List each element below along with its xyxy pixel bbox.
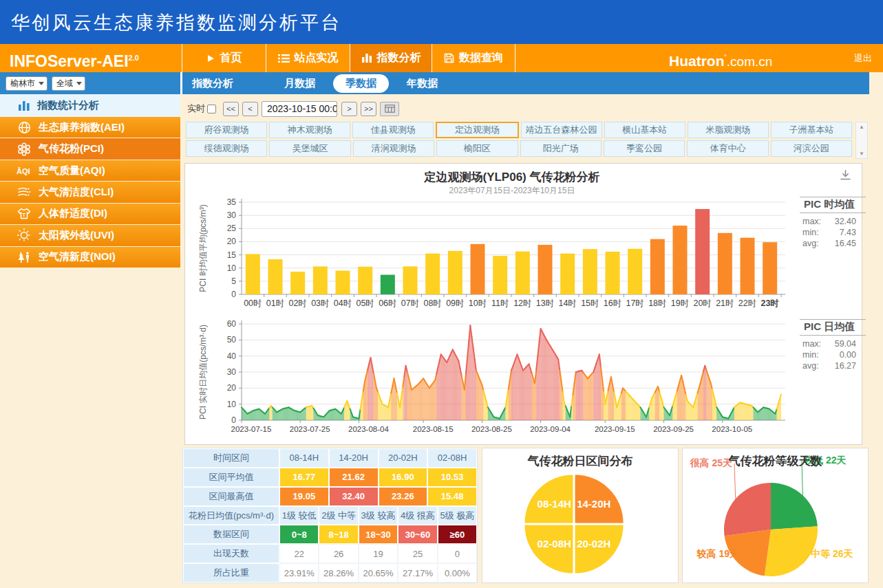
table-cell: 20.65% — [359, 563, 398, 582]
region-select[interactable]: 榆林市 — [6, 76, 47, 91]
table-cell: 26 — [319, 544, 358, 563]
svg-text:0: 0 — [231, 415, 236, 425]
svg-text:15: 15 — [227, 250, 237, 260]
svg-text:18时: 18时 — [648, 298, 666, 308]
scope-select[interactable]: 全域 — [52, 76, 85, 91]
svg-text:60: 60 — [227, 319, 237, 329]
table-row: 时间区间08-14H14-20H20-02H02-08H — [183, 448, 477, 468]
svg-text:12时: 12时 — [513, 298, 531, 308]
table-cell: 23.26 — [379, 487, 428, 506]
sidebar-item-7[interactable]: 空气清新度(NOI) — [0, 247, 180, 268]
svg-text:中等 26天: 中等 26天 — [811, 548, 853, 559]
station-scrollbar[interactable]: ▲ ▼ — [855, 122, 868, 159]
sidebar-item-3[interactable]: ÂQI空气质量(AQI) — [0, 160, 180, 182]
stat-value: 16.45 — [827, 238, 866, 249]
station-button[interactable]: 河滨公园 — [771, 140, 852, 157]
sidebar-item-4[interactable]: 大气清洁度(CLI) — [0, 182, 180, 203]
station-button[interactable]: 佳县观测场 — [352, 122, 434, 138]
stat-label: min: — [802, 349, 827, 360]
sidebar-item-label: 太阳紫外线(UVI) — [39, 229, 114, 242]
svg-text:20: 20 — [227, 237, 237, 246]
station-button[interactable]: 定边观测场 — [436, 122, 518, 138]
table-row-label: 花粉日均值(pcs/m³·d) — [183, 506, 279, 525]
table-cell: 27.17% — [398, 563, 437, 582]
station-button[interactable]: 神木观测场 — [269, 122, 350, 138]
prev-fast-button[interactable]: << — [223, 102, 239, 116]
svg-text:10: 10 — [227, 400, 237, 409]
svg-text:08时: 08时 — [423, 298, 441, 308]
station-button[interactable]: 靖边五台森林公园 — [521, 122, 602, 138]
svg-text:ÂQI: ÂQI — [17, 167, 30, 175]
svg-text:2023-09-15: 2023-09-15 — [595, 425, 635, 433]
svg-text:01时: 01时 — [266, 298, 284, 308]
tab-2[interactable]: 季数据 — [333, 74, 389, 93]
table-cell: 19 — [359, 544, 398, 563]
stat-row: avg:16.27 — [800, 360, 866, 371]
svg-text:2023-08-25: 2023-08-25 — [471, 425, 512, 433]
nav-item-label: 首页 — [220, 51, 242, 65]
sidebar-item-label: 人体舒适度(DI) — [39, 207, 107, 220]
nav-item-2[interactable]: 站点实况 — [266, 44, 350, 72]
sidebar-item-stats[interactable]: 指数统计分析 — [0, 94, 180, 117]
station-button[interactable]: 吴堡城区 — [269, 140, 350, 157]
prev-button[interactable]: < — [242, 102, 258, 116]
day-stats-rows: max:59.04min:0.00avg:16.27 — [800, 338, 866, 371]
svg-text:09时: 09时 — [446, 298, 464, 308]
tab-1[interactable]: 月数据 — [276, 74, 323, 93]
brand-logo: INFOServer-AEI2.0 — [10, 44, 139, 72]
interval-table: 时间区间08-14H14-20H20-02H02-08H区间平均值16.7721… — [182, 448, 478, 583]
station-button[interactable]: 季鸾公园 — [604, 140, 685, 157]
svg-text:2023-08-15: 2023-08-15 — [413, 425, 454, 433]
sidebar-item-6[interactable]: 太阳紫外线(UVI) — [0, 225, 180, 246]
scroll-down-icon[interactable]: ▼ — [856, 151, 867, 157]
level-pie-panel: 较低 22天中等 26天较高 19天很高 25天 气传花粉等级天数 — [682, 448, 869, 583]
svg-text:17时: 17时 — [626, 298, 643, 308]
sidebar-item-label: 大气清洁度(CLI) — [39, 186, 114, 199]
station-button[interactable]: 绥德观测场 — [186, 140, 267, 157]
table-cell: 32.40 — [329, 487, 379, 506]
station-button[interactable]: 府谷观测场 — [186, 122, 267, 138]
station-button[interactable]: 米脂观测场 — [688, 122, 769, 138]
table-cell: 23.91% — [279, 563, 319, 582]
station-button[interactable]: 阳光广场 — [520, 140, 602, 157]
logout-button[interactable]: 退出 — [854, 44, 872, 72]
station-button[interactable]: 清涧观测场 — [353, 140, 434, 157]
svg-text:PCI 实时日均值(pcs/m³·d): PCI 实时日均值(pcs/m³·d) — [198, 325, 208, 420]
pollen-icon — [17, 142, 32, 156]
next-fast-button[interactable]: >> — [361, 102, 376, 116]
nav-item-1[interactable]: 首页 — [182, 44, 266, 72]
station-button[interactable]: 体育中心 — [687, 140, 768, 157]
scroll-up-icon[interactable]: ▲ — [856, 124, 867, 130]
nav-item-label: 站点实况 — [295, 51, 339, 65]
sidebar-item-2[interactable]: 气传花粉(PCI) — [0, 138, 180, 160]
level-pie-title: 气传花粉等级天数 — [683, 453, 868, 469]
nav-item-4[interactable]: 数据查询 — [432, 44, 515, 72]
stat-value: 59.04 — [827, 338, 866, 349]
svg-text:15时: 15时 — [581, 298, 599, 308]
nav-item-3[interactable]: 指数分析 — [350, 44, 432, 72]
stat-row: min:0.00 — [800, 349, 866, 360]
table-cell: 16.77 — [279, 468, 329, 487]
sidebar-item-5[interactable]: T人体舒适度(DI) — [0, 204, 180, 225]
day-stats-block: PIC 日均值 max:59.04min:0.00avg:16.27 — [800, 319, 866, 371]
download-icon[interactable] — [839, 169, 852, 184]
station-button[interactable]: 子洲基本站 — [771, 122, 852, 138]
next-button[interactable]: > — [341, 102, 357, 116]
svg-text:PCI 时均值平均(pcs/m³): PCI 时均值平均(pcs/m³) — [198, 204, 208, 292]
table-row-label: 出现天数 — [183, 544, 279, 563]
sidebar-item-1[interactable]: 生态康养指数(AEI) — [0, 117, 180, 138]
calendar-button[interactable] — [380, 102, 399, 116]
table-cell: 22 — [279, 544, 319, 563]
station-button[interactable]: 横山基本站 — [604, 122, 685, 138]
table-cell: 19.05 — [279, 487, 329, 506]
svg-text:2023-09-25: 2023-09-25 — [653, 425, 694, 433]
subnav-tabs: 月数据季数据年数据 — [276, 74, 446, 93]
subnav-title: 指数分析 — [192, 77, 233, 90]
realtime-checkbox[interactable] — [207, 105, 216, 113]
datetime-input[interactable] — [262, 101, 337, 117]
station-button[interactable]: 榆阳区 — [436, 140, 518, 157]
svg-text:30: 30 — [227, 210, 237, 220]
tab-3[interactable]: 年数据 — [398, 74, 446, 93]
table-cell: 0.00% — [438, 563, 477, 582]
svg-text:23时: 23时 — [760, 298, 779, 308]
